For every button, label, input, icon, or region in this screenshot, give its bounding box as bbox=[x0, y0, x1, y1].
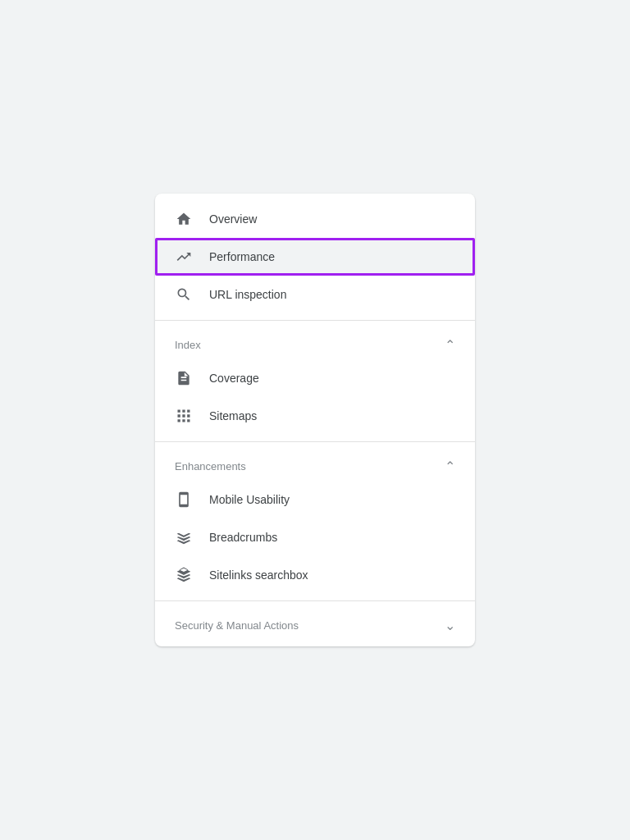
divider-1 bbox=[155, 320, 475, 321]
sidebar-item-breadcrumbs[interactable]: Breadcrumbs bbox=[155, 518, 475, 556]
section-label: Enhancements bbox=[175, 460, 246, 472]
sidebar-item-label: Breadcrumbs bbox=[209, 531, 277, 544]
layers-icon bbox=[175, 528, 193, 546]
chevron-down-icon: ⌄ bbox=[445, 618, 455, 633]
divider-2 bbox=[155, 441, 475, 442]
section-label: Security & Manual Actions bbox=[175, 619, 299, 632]
sitemaps-icon bbox=[175, 407, 193, 425]
divider-3 bbox=[155, 600, 475, 601]
section-header-index[interactable]: Index ⌃ bbox=[155, 327, 475, 359]
sidebar: Overview Performance URL inspection Inde… bbox=[155, 194, 475, 646]
coverage-icon bbox=[175, 369, 193, 387]
sidebar-item-url-inspection[interactable]: URL inspection bbox=[155, 276, 475, 313]
mobile-icon bbox=[175, 491, 193, 509]
sidebar-item-mobile-usability[interactable]: Mobile Usability bbox=[155, 481, 475, 518]
search-icon bbox=[175, 285, 193, 304]
sidebar-item-coverage[interactable]: Coverage bbox=[155, 359, 475, 397]
sidebar-item-performance[interactable]: Performance bbox=[155, 238, 475, 276]
sidebar-item-label: URL inspection bbox=[209, 288, 286, 301]
sidebar-item-sitelinks-searchbox[interactable]: Sitelinks searchbox bbox=[155, 556, 475, 594]
chevron-up-icon-2: ⌃ bbox=[445, 459, 455, 474]
section-header-enhancements[interactable]: Enhancements ⌃ bbox=[155, 449, 475, 481]
sidebar-item-sitemaps[interactable]: Sitemaps bbox=[155, 397, 475, 435]
trending-up-icon bbox=[175, 248, 193, 266]
sidebar-item-label: Sitelinks searchbox bbox=[209, 568, 308, 582]
sidebar-item-overview[interactable]: Overview bbox=[155, 200, 475, 238]
section-label: Index bbox=[175, 339, 201, 351]
home-icon bbox=[175, 210, 193, 228]
sidebar-item-label: Mobile Usability bbox=[209, 493, 290, 506]
layers-icon-2 bbox=[175, 566, 193, 584]
chevron-up-icon: ⌃ bbox=[445, 337, 455, 353]
section-header-security[interactable]: Security & Manual Actions ⌄ bbox=[155, 608, 475, 640]
sidebar-item-label: Sitemaps bbox=[209, 409, 257, 422]
sidebar-item-label: Coverage bbox=[209, 372, 259, 385]
sidebar-item-label: Performance bbox=[209, 250, 275, 263]
sidebar-item-label: Overview bbox=[209, 212, 257, 226]
